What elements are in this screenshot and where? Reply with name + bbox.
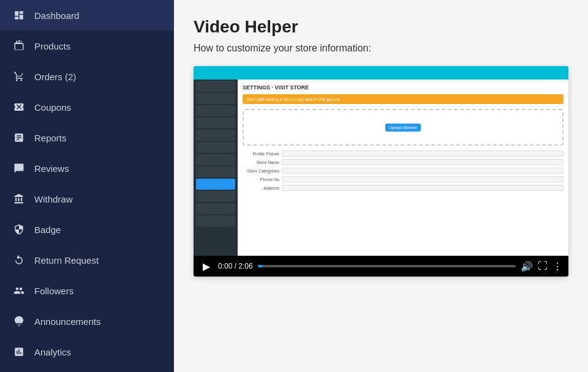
video-time: 0:00 / 2:06 [218, 262, 253, 270]
main-content: Video Helper How to customize your store… [174, 0, 588, 372]
followers-icon [12, 284, 26, 297]
sidebar-item-badge-label: Badge [34, 225, 61, 235]
video-controls: ▶ 0:00 / 2:06 🔊 ⛶ ⋮ [194, 256, 568, 277]
sidebar-item-reviews[interactable]: Reviews [0, 153, 174, 184]
sidebar-item-dashboard-label: Dashboard [34, 10, 79, 21]
sidebar-item-withdraw-label: Withdraw [34, 194, 73, 204]
sidebar: Dashboard Products Orders (2) Coupons Re… [0, 0, 174, 372]
sidebar-item-orders[interactable]: Orders (2) [0, 61, 174, 92]
sidebar-item-analytics-label: Analytics [34, 347, 71, 357]
video-preview: SETTINGS · VISIT STORE Start with adding… [194, 66, 568, 256]
sidebar-item-coupons-label: Coupons [34, 102, 71, 113]
sidebar-item-orders-label: Orders (2) [34, 72, 76, 82]
sidebar-item-reports-label: Reports [34, 133, 67, 143]
page-subtitle: How to customize your store information: [194, 43, 568, 54]
sidebar-item-products[interactable]: Products [0, 31, 174, 61]
sidebar-item-followers[interactable]: Followers [0, 275, 174, 306]
sidebar-item-badge[interactable]: Badge [0, 214, 174, 245]
return-request-icon [12, 253, 26, 267]
sidebar-item-return-request[interactable]: Return Request [0, 245, 174, 275]
sidebar-item-products-label: Products [34, 41, 70, 51]
announcements-icon [12, 314, 26, 328]
video-progress-fill [258, 265, 263, 267]
coupons-icon [12, 100, 26, 114]
sidebar-item-dashboard[interactable]: Dashboard [0, 0, 174, 31]
volume-button[interactable]: 🔊 [521, 261, 533, 272]
badge-icon [12, 223, 26, 236]
sidebar-item-reviews-label: Reviews [34, 163, 69, 174]
orders-icon [12, 70, 26, 83]
sidebar-item-announcements[interactable]: Announcements [0, 306, 174, 337]
sidebar-item-coupons[interactable]: Coupons [0, 92, 174, 122]
reviews-icon [12, 162, 26, 175]
fullscreen-button[interactable]: ⛶ [538, 261, 548, 272]
sidebar-item-return-request-label: Return Request [34, 255, 99, 266]
more-options-button[interactable]: ⋮ [552, 261, 562, 272]
sidebar-item-announcements-label: Announcements [34, 316, 100, 327]
sidebar-item-followers-label: Followers [34, 286, 74, 296]
sidebar-item-tools[interactable]: Tools [0, 367, 174, 372]
sidebar-item-analytics[interactable]: Analytics [0, 337, 174, 367]
reports-icon [12, 131, 26, 144]
sidebar-item-reports[interactable]: Reports [0, 122, 174, 153]
video-progress-bar[interactable] [258, 265, 516, 267]
sidebar-item-withdraw[interactable]: Withdraw [0, 184, 174, 214]
video-container: SETTINGS · VISIT STORE Start with adding… [194, 66, 568, 277]
products-icon [12, 39, 26, 53]
withdraw-icon [12, 192, 26, 206]
dashboard-icon [12, 9, 26, 22]
page-title: Video Helper [194, 17, 568, 37]
play-button[interactable]: ▶ [200, 259, 213, 273]
analytics-icon [12, 345, 26, 359]
